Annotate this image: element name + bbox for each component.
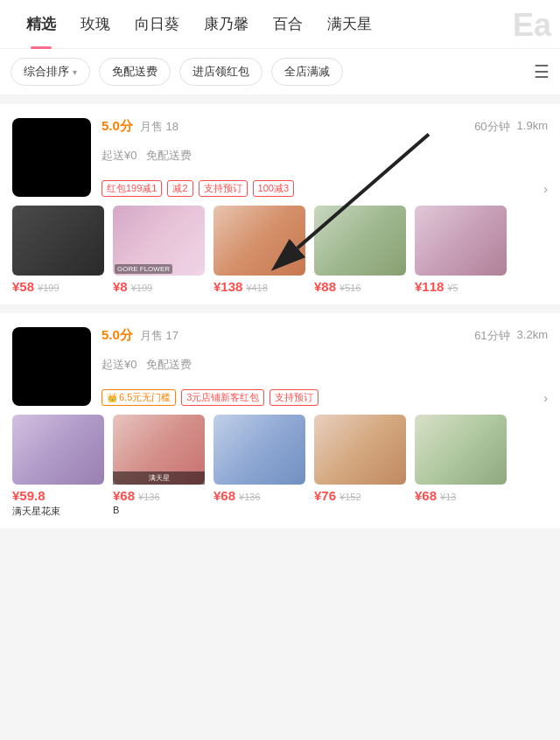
product-img-2-3 <box>314 415 406 485</box>
product-price-row-1-2: ¥138 ¥418 <box>214 279 305 294</box>
price-current-1-4: ¥118 <box>415 279 444 294</box>
price-current-2-1: ¥68 <box>113 488 135 503</box>
price-original-1-4: ¥5 <box>447 283 458 293</box>
store-dist-1: 1.9km <box>517 119 548 135</box>
store-header-1: 5.0分 月售 18 60分钟 1.9km 起送¥0 免配送费 红包199减1 … <box>12 118 548 197</box>
store-card-2: 5.0分 月售 17 61分钟 3.2km 起送¥0 免配送费 👑 6.5元无门… <box>0 313 560 528</box>
product-price-row-2-1: ¥68 ¥136 <box>113 488 205 503</box>
store-dist-2: 3.2km <box>517 328 548 344</box>
product-price-row-1-4: ¥118 ¥5 <box>415 279 507 294</box>
product-item-1-0[interactable]: ¥58 ¥199 <box>12 206 104 294</box>
product-price-row-2-2: ¥68 ¥136 <box>214 488 305 503</box>
store-tag-wumenkan-2[interactable]: 👑 6.5元无门槛 <box>102 389 176 406</box>
product-name-2-1: B <box>113 505 205 515</box>
product-item-2-0[interactable]: ¥59.8 满天星花束 <box>12 415 104 518</box>
store-header-2: 5.0分 月售 17 61分钟 3.2km 起送¥0 免配送费 👑 6.5元无门… <box>12 327 548 406</box>
coupon-filter-button[interactable]: 进店领红包 <box>179 58 262 86</box>
product-scroll-1[interactable]: ¥58 ¥199 GORE FLOWER ¥8 ¥199 ¥138 ¥418 ¥… <box>12 206 548 304</box>
price-original-2-3: ¥152 <box>340 492 360 502</box>
store-sales-1: 月售 18 <box>140 119 178 135</box>
price-current-1-3: ¥88 <box>314 279 336 294</box>
store-tag-hongbao-1[interactable]: 红包199减1 <box>102 180 162 197</box>
store-discount-filter-button[interactable]: 全店满减 <box>271 58 343 86</box>
store-info-2: 5.0分 月售 17 61分钟 3.2km 起送¥0 免配送费 👑 6.5元无门… <box>102 327 548 406</box>
product-img-1-4 <box>415 206 507 276</box>
chevron-down-icon: ▾ <box>73 67 77 77</box>
nav-item-xiangriku[interactable]: 向日葵 <box>122 0 192 49</box>
store-tag-yudong-1[interactable]: 支持预订 <box>199 180 248 197</box>
store-time-2: 61分钟 <box>474 328 509 344</box>
price-current-1-1: ¥8 <box>113 279 128 294</box>
price-current-1-2: ¥138 <box>214 279 242 294</box>
price-original-1-2: ¥418 <box>246 283 267 293</box>
product-img-2-1: 满天星 <box>113 415 205 485</box>
product-img-1-2 <box>214 206 305 276</box>
product-price-row-1-3: ¥88 ¥516 <box>314 279 406 294</box>
store-info-1: 5.0分 月售 18 60分钟 1.9km 起送¥0 免配送费 红包199减1 … <box>102 118 548 197</box>
store-delivery-1: 起送¥0 免配送费 <box>102 148 548 164</box>
store-time-dist-2: 61分钟 3.2km <box>474 328 548 344</box>
store-tag-xinke-2[interactable]: 3元店铺新客红包 <box>181 389 264 406</box>
store-meta-row-2: 5.0分 月售 17 61分钟 3.2km <box>102 327 548 344</box>
price-original-1-0: ¥199 <box>38 283 59 293</box>
product-img-2-2 <box>214 415 305 485</box>
top-nav: 精选 玫瑰 向日葵 康乃馨 百合 满天星 Ea <box>0 0 560 49</box>
price-current-2-4: ¥68 <box>415 488 437 503</box>
price-original-2-4: ¥13 <box>440 492 456 502</box>
expand-icon-1[interactable]: › <box>543 182 548 196</box>
product-item-1-4[interactable]: ¥118 ¥5 <box>415 206 507 294</box>
filter-bar: 综合排序 ▾ 免配送费 进店领红包 全店满减 ☰ <box>0 49 560 95</box>
product-item-2-4[interactable]: ¥68 ¥13 <box>415 415 507 518</box>
nav-item-meigui[interactable]: 玫瑰 <box>68 0 122 49</box>
price-original-1-3: ¥516 <box>340 283 360 293</box>
product-price-row-2-0: ¥59.8 <box>12 488 104 503</box>
nav-item-kangnaixiang[interactable]: 康乃馨 <box>192 0 261 49</box>
store-rating-1: 5.0分 <box>102 118 133 135</box>
store-delivery-2: 起送¥0 免配送费 <box>102 357 548 373</box>
store-sales-2: 月售 17 <box>140 328 178 344</box>
store-tag-jian2-1[interactable]: 减2 <box>167 180 192 197</box>
product-item-1-1[interactable]: GORE FLOWER ¥8 ¥199 <box>113 206 205 294</box>
product-img-2-0 <box>12 415 104 485</box>
expand-icon-2[interactable]: › <box>543 391 548 405</box>
price-original-1-1: ¥199 <box>131 283 152 293</box>
product-scroll-2[interactable]: ¥59.8 满天星花束 满天星 ¥68 ¥136 B ¥68 ¥136 ¥76 <box>12 415 548 528</box>
sort-filter-button[interactable]: 综合排序 ▾ <box>10 58 90 86</box>
price-current-2-3: ¥76 <box>314 488 336 503</box>
nav-item-baihe[interactable]: 百合 <box>261 0 315 49</box>
product-price-row-2-4: ¥68 ¥13 <box>415 488 507 503</box>
ea-annotation: Ea <box>513 7 551 44</box>
price-current-2-2: ¥68 <box>214 488 235 503</box>
product-item-1-2[interactable]: ¥138 ¥418 <box>214 206 305 294</box>
store-rating-2: 5.0分 <box>102 327 133 344</box>
product-img-2-4 <box>415 415 507 485</box>
product-item-2-1[interactable]: 满天星 ¥68 ¥136 B <box>113 415 205 518</box>
store-time-1: 60分钟 <box>474 119 509 135</box>
nav-item-jingxuan[interactable]: 精选 <box>14 0 68 49</box>
store-tag-100jian-1[interactable]: 100减3 <box>253 180 294 197</box>
filter-menu-icon[interactable]: ☰ <box>534 61 550 82</box>
product-img-1-1: GORE FLOWER <box>113 206 205 276</box>
product-item-1-3[interactable]: ¥88 ¥516 <box>314 206 406 294</box>
free-delivery-filter-button[interactable]: 免配送费 <box>99 58 171 86</box>
product-price-row-1-0: ¥58 ¥199 <box>12 279 104 294</box>
price-current-2-0: ¥59.8 <box>12 488 46 503</box>
store-meta-row-1: 5.0分 月售 18 60分钟 1.9km <box>102 118 548 135</box>
price-original-2-2: ¥136 <box>239 492 260 502</box>
product-img-1-3 <box>314 206 406 276</box>
product-item-2-2[interactable]: ¥68 ¥136 <box>214 415 305 518</box>
store-tags-1: 红包199减1 减2 支持预订 100减3 › <box>102 180 548 197</box>
store-tags-2: 👑 6.5元无门槛 3元店铺新客红包 支持预订 › <box>102 389 548 406</box>
price-original-2-1: ¥136 <box>138 492 159 502</box>
store-tag-yudong-2[interactable]: 支持预订 <box>270 389 318 406</box>
store-time-dist-1: 60分钟 1.9km <box>474 119 548 135</box>
nav-item-mantianxing[interactable]: 满天星 <box>315 0 384 49</box>
product-price-row-1-1: ¥8 ¥199 <box>113 279 205 294</box>
store-card-1: 5.0分 月售 18 60分钟 1.9km 起送¥0 免配送费 红包199减1 … <box>0 104 560 304</box>
product-price-row-2-3: ¥76 ¥152 <box>314 488 406 503</box>
store-thumbnail-2[interactable] <box>12 327 91 406</box>
store-thumbnail-1[interactable] <box>12 118 91 197</box>
product-item-2-3[interactable]: ¥76 ¥152 <box>314 415 406 518</box>
price-current-1-0: ¥58 <box>12 279 34 294</box>
product-img-1-0 <box>12 206 104 276</box>
